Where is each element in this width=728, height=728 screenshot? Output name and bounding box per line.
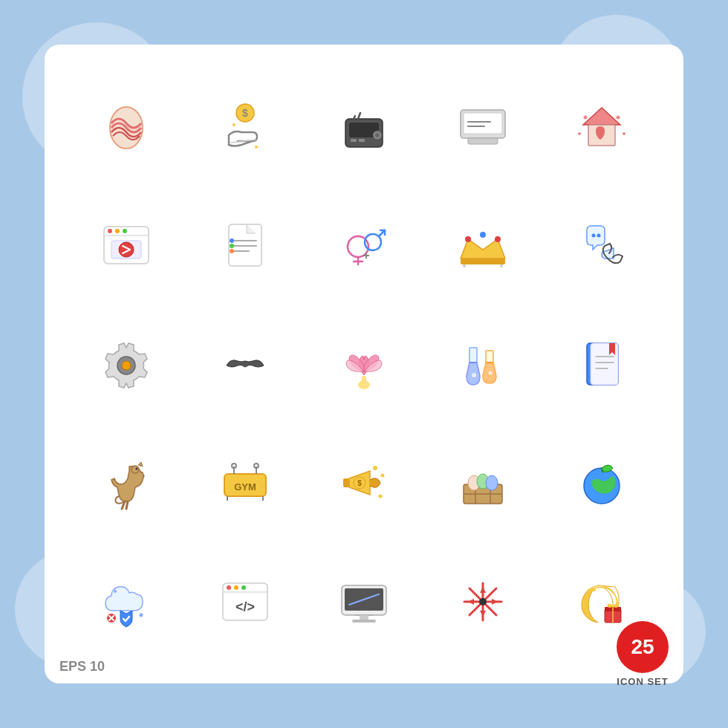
icon-phone-chat (550, 193, 654, 297)
svg-marker-49 (461, 239, 505, 259)
svg-point-53 (495, 236, 501, 242)
svg-point-65 (489, 371, 493, 375)
icon-notebook (550, 312, 654, 416)
icon-settings (74, 312, 178, 416)
svg-point-64 (472, 373, 476, 377)
icon-crate (431, 431, 535, 535)
badge-text: ICON SET (617, 676, 668, 687)
badge-number: 25 (617, 621, 669, 673)
svg-point-20 (584, 116, 588, 120)
svg-rect-17 (468, 138, 498, 144)
svg-point-104 (227, 585, 231, 590)
svg-point-56 (592, 234, 596, 238)
icon-money-hand: $ (193, 74, 297, 178)
svg-text:$: $ (242, 107, 248, 119)
svg-point-127 (585, 601, 587, 603)
icon-document-list (193, 193, 297, 297)
svg-point-21 (617, 116, 620, 120)
svg-point-71 (131, 466, 139, 473)
svg-point-27 (115, 229, 120, 233)
icon-kangaroo (74, 431, 178, 535)
svg-text:</>: </> (235, 599, 255, 614)
svg-marker-121 (492, 599, 498, 605)
icon-snowflake (431, 550, 535, 654)
svg-marker-119 (480, 611, 486, 617)
svg-rect-50 (461, 259, 505, 264)
svg-text:$: $ (357, 479, 362, 487)
icon-radio (312, 74, 416, 178)
svg-text:GYM: GYM (234, 481, 256, 493)
icon-set-badge: 25 ICON SET (617, 621, 669, 687)
svg-point-95 (486, 475, 498, 490)
main-card: $ (45, 45, 683, 683)
icon-monitor (312, 550, 416, 654)
svg-point-3 (233, 123, 235, 126)
icon-computer (431, 74, 535, 178)
svg-point-88 (379, 495, 383, 498)
svg-line-73 (126, 501, 128, 509)
svg-rect-14 (464, 113, 502, 134)
svg-point-55 (500, 264, 503, 267)
svg-point-28 (123, 229, 127, 233)
icon-browser-code (74, 193, 178, 297)
svg-point-126 (593, 588, 596, 591)
icon-lab (431, 312, 535, 416)
svg-rect-62 (469, 348, 477, 363)
svg-point-100 (140, 614, 143, 617)
svg-point-4 (255, 146, 258, 149)
svg-point-79 (254, 464, 259, 468)
icon-code-browser: </> (193, 550, 297, 654)
svg-point-72 (136, 468, 138, 470)
icon-megaphone-money: $ (312, 431, 416, 535)
svg-rect-83 (343, 478, 349, 487)
icon-gender (312, 193, 416, 297)
svg-point-78 (232, 464, 236, 468)
svg-marker-18 (583, 108, 620, 125)
icon-eco-earth (550, 431, 654, 535)
svg-point-37 (230, 238, 234, 243)
svg-point-86 (373, 466, 377, 470)
svg-marker-118 (480, 587, 486, 593)
eps-label: EPS 10 (59, 659, 105, 675)
svg-rect-63 (486, 351, 493, 363)
icon-lotus (312, 312, 416, 416)
icon-mustache (193, 312, 297, 416)
svg-point-26 (108, 229, 112, 233)
svg-marker-120 (468, 599, 474, 605)
svg-rect-12 (359, 139, 365, 142)
svg-point-105 (234, 585, 238, 590)
svg-point-52 (480, 232, 486, 238)
svg-point-39 (230, 249, 234, 253)
svg-point-59 (122, 361, 131, 370)
svg-line-10 (358, 113, 360, 119)
icon-house-love (550, 74, 654, 178)
svg-rect-61 (362, 376, 366, 386)
svg-point-54 (463, 264, 466, 267)
icon-gym: GYM (193, 431, 297, 535)
svg-point-101 (114, 590, 117, 593)
svg-point-22 (623, 132, 625, 135)
svg-point-57 (597, 234, 601, 238)
icon-easter-egg (74, 74, 178, 178)
svg-point-87 (381, 474, 385, 478)
icon-cloud-security (74, 550, 178, 654)
svg-point-38 (230, 244, 234, 248)
svg-point-106 (241, 585, 246, 590)
svg-rect-111 (360, 615, 368, 620)
svg-point-51 (465, 236, 471, 242)
svg-point-8 (375, 133, 380, 137)
svg-point-23 (578, 132, 581, 135)
svg-point-30 (119, 242, 134, 257)
svg-rect-11 (351, 139, 357, 142)
svg-point-122 (479, 598, 487, 605)
svg-rect-112 (352, 620, 376, 623)
icon-crown (431, 193, 535, 297)
